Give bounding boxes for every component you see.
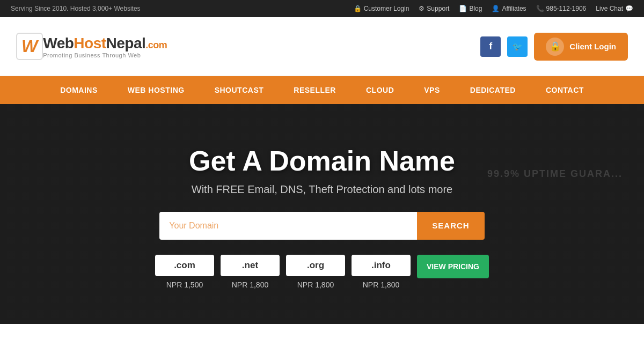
twitter-icon: 🐦	[513, 42, 523, 51]
blog-link[interactable]: 📄 Blog	[459, 5, 482, 12]
hero-content: Get A Domain Name With FREE Email, DNS, …	[11, 145, 633, 289]
nav-domains[interactable]: DOMAINS	[45, 76, 113, 104]
header: W WebHostNepal.com Promoting Business Th…	[0, 17, 644, 76]
support-icon: ⚙	[419, 5, 425, 12]
support-link[interactable]: ⚙ Support	[419, 5, 449, 12]
tld-info: .info NPR 1,800	[352, 255, 411, 289]
tld-info-badge[interactable]: .info	[352, 255, 411, 276]
tld-com-price: NPR 1,500	[166, 280, 203, 289]
tld-view-pricing: VIEW PRICING	[417, 255, 489, 278]
client-login-button[interactable]: 🔒 Client Login	[534, 33, 628, 61]
nav-cloud[interactable]: CLOUD	[351, 76, 409, 104]
top-bar: Serving Since 2010. Hosted 3,000+ Websit…	[0, 0, 644, 17]
affiliates-link[interactable]: 👤 Affiliates	[492, 5, 526, 12]
nav-web-hosting[interactable]: WEB HOSTING	[113, 76, 200, 104]
tld-com-badge[interactable]: .com	[155, 255, 214, 276]
hero-section: 99.9% UPTIME GUARA... Get A Domain Name …	[0, 104, 644, 324]
logo-box: W	[16, 33, 43, 60]
tld-org: .org NPR 1,800	[286, 255, 345, 289]
logo-w-letter: W	[21, 36, 38, 56]
view-pricing-button[interactable]: VIEW PRICING	[417, 255, 489, 278]
tld-com: .com NPR 1,500	[155, 255, 214, 289]
live-chat-link[interactable]: Live Chat 💬	[596, 5, 633, 12]
logo-sub-text: Promoting Business Through Web	[43, 52, 167, 58]
phone-icon: 📞	[536, 5, 544, 12]
tld-org-price: NPR 1,800	[297, 280, 334, 289]
tld-net-price: NPR 1,800	[232, 280, 268, 289]
twitter-button[interactable]: 🐦	[507, 36, 528, 57]
logo[interactable]: W WebHostNepal.com Promoting Business Th…	[16, 33, 167, 60]
nav-vps[interactable]: VPS	[409, 76, 455, 104]
logo-text: WebHostNepal.com Promoting Business Thro…	[43, 35, 167, 58]
tld-net: .net NPR 1,800	[221, 255, 280, 289]
facebook-button[interactable]: f	[480, 36, 501, 57]
facebook-icon: f	[489, 41, 492, 52]
nav-shoutcast[interactable]: SHOUTCAST	[200, 76, 279, 104]
tld-net-badge[interactable]: .net	[221, 255, 280, 276]
serving-text: Serving Since 2010. Hosted 3,000+ Websit…	[11, 5, 141, 12]
main-nav: DOMAINS WEB HOSTING SHOUTCAST RESELLER C…	[0, 76, 644, 104]
customer-login-link[interactable]: 🔒 Customer Login	[354, 5, 409, 12]
domain-search-input[interactable]	[159, 212, 417, 240]
hero-title: Get A Domain Name	[11, 145, 633, 177]
nav-contact[interactable]: CONTACT	[531, 76, 599, 104]
nav-dedicated[interactable]: DEDICATED	[455, 76, 531, 104]
blog-icon: 📄	[459, 5, 467, 12]
nav-reseller[interactable]: RESELLER	[279, 76, 351, 104]
phone-link[interactable]: 📞 985-112-1906	[536, 5, 587, 12]
tld-info-price: NPR 1,800	[363, 280, 399, 289]
client-login-lock-icon: 🔒	[546, 38, 564, 56]
hosting-section: Hosting Solutions & More	[0, 324, 644, 340]
tld-row: .com NPR 1,500 .net NPR 1,800 .org NPR 1…	[11, 255, 633, 289]
domain-search-row: SEARCH	[11, 212, 633, 240]
search-button[interactable]: SEARCH	[417, 212, 484, 240]
person-icon: 👤	[492, 5, 500, 12]
tld-org-badge[interactable]: .org	[286, 255, 345, 276]
top-bar-right: 🔒 Customer Login ⚙ Support 📄 Blog 👤 Affi…	[354, 5, 633, 12]
chat-icon: 💬	[625, 5, 633, 12]
lock-icon: 🔒	[354, 5, 362, 12]
logo-main-text: WebHostNepal.com	[43, 35, 167, 52]
header-right: f 🐦 🔒 Client Login	[480, 33, 628, 61]
hero-subtitle: With FREE Email, DNS, Theft Protection a…	[11, 183, 633, 196]
